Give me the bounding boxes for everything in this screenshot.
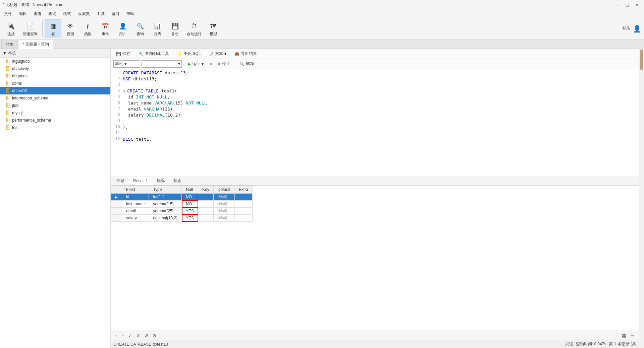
menu-item-窗口[interactable]: 窗口 [109, 10, 122, 17]
sql-line-6: 6 last_name VARCHAR(15) NOT NULL, [111, 100, 639, 107]
save-icon: 💾 [116, 52, 121, 56]
sidebar-item-dbactivity[interactable]: 🗄dbactivity [0, 65, 110, 72]
result-tab-状态[interactable]: 状态 [169, 176, 186, 185]
toolbar-icon-函数: ƒ [83, 21, 93, 31]
statusbar: CREATE DATABASE dbtest13 只读 查询时间: 0.047s… [111, 340, 639, 348]
toolbar-btn-备份[interactable]: 💾备份 [167, 19, 183, 38]
tab-query[interactable]: * 无标题 - 查询 [18, 40, 53, 49]
result-bottom-toolbar: + − ✓ ✕ ↺ ⊘ ▦ ☰ [111, 331, 639, 340]
toolbar-btn-函数[interactable]: ƒ函数 [79, 19, 96, 38]
line-content [123, 119, 639, 125]
sql-line-10: 10); [111, 125, 639, 131]
result-tab-信息[interactable]: 信息 [112, 176, 129, 185]
menu-item-编辑[interactable]: 编辑 [16, 10, 30, 17]
line-content: salary DECIMAL(10,2) [123, 113, 639, 119]
toolbar-btn-表[interactable]: ▦表 [45, 19, 61, 38]
confirm-button[interactable]: ✓ [127, 332, 133, 339]
query-tool-button[interactable]: 🔧 查询创建工具 [136, 50, 172, 57]
result-tab-概况[interactable]: 概况 [152, 176, 169, 185]
table-row[interactable]: last_namevarchar(15)NO(Null) [111, 201, 253, 208]
sidebar-item-jtdb[interactable]: 🗄jtdb [0, 102, 110, 109]
sidebar-item-mysql[interactable]: 🗄mysql [0, 109, 110, 117]
result-tab-Result 1[interactable]: Result 1 [129, 177, 152, 185]
sql-line-9: 9 [111, 119, 639, 125]
table-row[interactable]: ▶idint(11)NO(Null) [111, 194, 253, 201]
statusbar-right: 只读 查询时间: 0.047s 第 1 条记录 (共 [565, 341, 636, 347]
beautify-button[interactable]: ✨ 美化 SQL [174, 50, 203, 57]
line-number: 11 [111, 131, 123, 137]
refresh-button[interactable]: ↺ [143, 332, 150, 339]
connection-dropdown[interactable]: 本机 ▾ [113, 60, 140, 68]
add-record-button[interactable]: + [113, 332, 119, 339]
stop-button[interactable]: ■ 停止 [215, 60, 233, 67]
login-label[interactable]: 登录 [622, 26, 630, 31]
database-dropdown[interactable]: ▾ [142, 60, 182, 68]
sql-line-3: 3 [111, 82, 639, 88]
sidebar-item-test[interactable]: 🗄test [0, 124, 110, 131]
tab-objects[interactable]: 对象 [1, 40, 18, 49]
result-table: FieldTypeNullKeyDefaultExtra ▶idint(11)N… [111, 186, 253, 222]
toolbar-btn-自动运行[interactable]: ⏱自动运行 [184, 19, 204, 38]
toolbar-btn-模型[interactable]: 🗺模型 [205, 19, 222, 38]
toolbar-btn-连接[interactable]: 🔌连接 [3, 19, 19, 38]
titlebar: * 无标题 - 查询 - Navicat Premium ─ □ ✕ [0, 0, 644, 10]
scroll-thumb[interactable] [640, 50, 643, 70]
sidebar-item-information_schema[interactable]: 🗄information_schema [0, 94, 110, 102]
sidebar-item-performance_schema[interactable]: 🗄performance_schema [0, 117, 110, 124]
column-header-extra: Extra [234, 186, 252, 194]
menu-item-文件[interactable]: 文件 [1, 10, 15, 17]
export-button[interactable]: 📤 导出结果 [232, 50, 260, 57]
table-cell-extra [234, 215, 252, 222]
column-header-type: Type [149, 186, 182, 194]
menu-item-帮助[interactable]: 帮助 [123, 10, 137, 17]
filter-button[interactable]: ⊘ [151, 332, 158, 339]
line-content [123, 131, 639, 137]
save-button[interactable]: 💾 保存 [113, 50, 133, 57]
menu-item-查询[interactable]: 查询 [46, 10, 59, 17]
connection-label: 本机 [115, 61, 123, 67]
sidebar-item-label: mysql [12, 111, 22, 115]
maximize-button[interactable]: □ [624, 2, 631, 8]
expand-icon[interactable]: ⊟ [123, 89, 127, 93]
toolbar-btn-事件[interactable]: 📅事件 [97, 19, 114, 38]
toolbar-label-视图: 视图 [67, 31, 74, 37]
toolbar-btn-用户[interactable]: 👤用户 [114, 19, 131, 38]
chevron-down-icon: ▼ [3, 51, 7, 56]
sidebar-item-atguigudb[interactable]: 🗄atguigudb [0, 58, 110, 65]
toolbar-btn-报表[interactable]: 📊报表 [149, 19, 166, 38]
sidebar-header[interactable]: ▼ 本机 [0, 49, 110, 58]
list-view-button[interactable]: ☰ [629, 332, 636, 339]
line-content [123, 82, 639, 88]
sql-line-8: 8 salary DECIMAL(10,2) [111, 113, 639, 119]
cancel-edit-button[interactable]: ✕ [135, 332, 142, 339]
line-number: 8 [111, 113, 123, 119]
table-cell-key [198, 201, 214, 208]
text-button[interactable]: 📝 文本 ▾ [206, 50, 229, 57]
table-row[interactable]: emailvarchar(25)YES(Null) [111, 208, 253, 215]
menu-item-格式[interactable]: 格式 [60, 10, 74, 17]
close-button[interactable]: ✕ [633, 2, 641, 8]
menu-item-收藏夹[interactable]: 收藏夹 [75, 10, 93, 17]
menu-item-查看[interactable]: 查看 [31, 10, 44, 17]
sidebar-item-dbms[interactable]: 🗄dbms [0, 80, 110, 87]
grid-view-button[interactable]: ▦ [621, 332, 628, 339]
run-toolbar: 本机 ▾ ▾ ▶ 运行 ▾ ■ ■ 停止 🔍 解释 [111, 59, 639, 69]
sql-editor[interactable]: 1CREATE DATABASE dbtest13;2USE dbtest13;… [111, 69, 639, 176]
minimize-button[interactable]: ─ [614, 2, 621, 8]
remove-record-button[interactable]: − [120, 332, 125, 339]
connection-select: 本机 ▾ ▾ [113, 60, 182, 68]
toolbar-icon-查询: 🔍 [135, 21, 146, 31]
toolbar-btn-查询[interactable]: 🔍查询 [132, 19, 149, 38]
toolbar-icon-备份: 💾 [170, 21, 180, 31]
sidebar-item-dbgoods[interactable]: 🗄dbgoods [0, 72, 110, 80]
toolbar-btn-新建查询[interactable]: 📄新建查询 [20, 19, 40, 38]
run-button[interactable]: ▶ 运行 ▾ [184, 60, 207, 67]
right-scrollbar[interactable] [639, 49, 644, 348]
sql-line-5: 5 id INT NOT NULL, [111, 94, 639, 100]
sidebar-item-dbtest13[interactable]: 🗄dbtest13 [0, 87, 110, 94]
table-cell-null: NO [182, 194, 198, 201]
table-row[interactable]: salarydecimal(10,2)YES(Null) [111, 215, 253, 222]
menu-item-工具[interactable]: 工具 [94, 10, 107, 17]
toolbar-btn-视图[interactable]: 👁视图 [62, 19, 79, 38]
explain-button[interactable]: 🔍 解释 [236, 60, 257, 67]
